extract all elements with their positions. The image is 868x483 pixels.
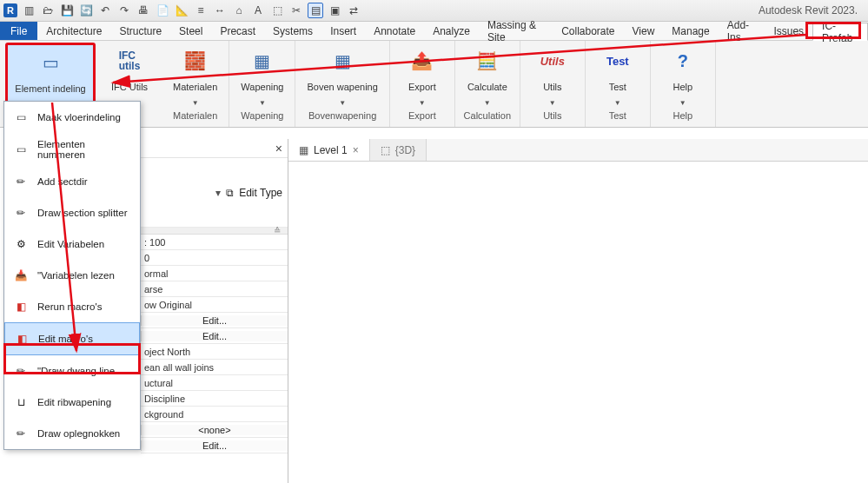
dropdown-draw-dwang-line[interactable]: ✏"Draw dwang line	[4, 355, 140, 387]
prop-row[interactable]: ean all wall joins	[141, 362, 214, 373]
view-tab-level1[interactable]: ▦ Level 1 ×	[288, 139, 370, 161]
qat-measure-icon[interactable]: 📐	[174, 3, 189, 18]
blocks-icon: ◧	[12, 329, 31, 348]
help-button[interactable]: ? Help ▼	[656, 43, 710, 109]
pencil-icon: ✏	[11, 361, 30, 380]
qat-sync-icon[interactable]: 🔄	[78, 3, 94, 18]
prop-edit-button[interactable]: Edit...	[141, 331, 288, 341]
file-tab[interactable]: File	[0, 22, 37, 40]
dropdown-elementen-nummeren[interactable]: ▭Elementen nummeren	[4, 133, 140, 166]
properties-grid: : 100 0 ormal arse ow Original Edit... E…	[141, 235, 288, 453]
prop-row[interactable]: 0	[141, 253, 149, 263]
import-icon: 📥	[11, 266, 30, 285]
qat-redo-icon[interactable]: ↷	[116, 3, 132, 18]
prop-row[interactable]: arse	[141, 284, 162, 294]
element-indeling-dropdown: ▭Maak vloerindeling ▭Elementen nummeren …	[3, 101, 141, 450]
calculate-label: Calculate	[467, 76, 507, 97]
tab-ic-prefab[interactable]: IC-Prefab	[812, 23, 868, 41]
panel-gripper[interactable]: ≙	[141, 228, 288, 235]
qat-text-icon[interactable]: A	[250, 3, 266, 18]
qat-close-views-icon[interactable]: ▣	[327, 3, 342, 18]
boven-wapening-button[interactable]: ▦ Boven wapening ▼	[301, 43, 383, 109]
group-help: Help	[673, 109, 693, 123]
qat-open-icon[interactable]: 🗁	[40, 3, 56, 18]
chevron-down-icon[interactable]: ▾	[215, 187, 221, 199]
test-button[interactable]: Test Test ▼	[591, 43, 645, 109]
tab-steel[interactable]: Steel	[170, 22, 211, 40]
dropdown-draw-oplegnokken[interactable]: ✏Draw oplegnokken	[4, 418, 140, 449]
tab-insert[interactable]: Insert	[321, 22, 365, 40]
tab-view[interactable]: View	[624, 22, 664, 40]
3d-view-icon: ⬚	[381, 144, 390, 156]
dropdown-add-sectdir[interactable]: ✏Add sectdir	[4, 166, 140, 197]
gear-icon: ⚙	[11, 235, 30, 254]
qat-thin-lines-icon[interactable]: ▤	[308, 3, 323, 18]
number-icon: ▭	[11, 140, 30, 159]
tab-massing-site[interactable]: Massing & Site	[479, 22, 553, 40]
dropdown-edit-variabelen[interactable]: ⚙Edit Variabelen	[4, 228, 140, 260]
export-button[interactable]: 📤 Export ▼	[395, 43, 449, 109]
prop-row[interactable]: uctural	[141, 378, 173, 388]
help-label: Help	[673, 76, 693, 97]
dropdown-edit-macros[interactable]: ◧Edit macro's	[4, 322, 140, 355]
prop-none-row[interactable]: <none>	[141, 425, 288, 435]
floor-icon: ▭	[11, 108, 30, 127]
prop-row[interactable]: ckground	[141, 409, 183, 420]
tab-systems[interactable]: Systems	[264, 22, 321, 40]
tab-issues[interactable]: Issues	[765, 22, 812, 40]
edit-type-button[interactable]: Edit Type	[239, 187, 282, 199]
calculate-button[interactable]: 🧮 Calculate ▼	[461, 43, 514, 109]
app-title: Autodesk Revit 2023.	[759, 4, 865, 17]
panel-close-icon[interactable]: ×	[275, 142, 282, 155]
dropdown-maak-vloerindeling[interactable]: ▭Maak vloerindeling	[4, 102, 140, 133]
tab-collaborate[interactable]: Collaborate	[553, 22, 623, 40]
tab-precast[interactable]: Precast	[211, 22, 264, 40]
view-tabs: ▦ Level 1 × ⬚ {3D}	[288, 139, 868, 162]
qat-undo-icon[interactable]: ↶	[97, 3, 113, 18]
qat-dim-icon[interactable]: ↔	[212, 3, 228, 18]
close-icon[interactable]: ×	[353, 144, 359, 156]
qat-pdf-icon[interactable]: 📄	[155, 3, 170, 18]
group-utils: Utils	[543, 109, 561, 123]
tab-addins[interactable]: Add-Ins	[719, 22, 765, 40]
prop-row[interactable]: : 100	[141, 237, 165, 248]
dropdown-variabelen-lezen[interactable]: 📥"Variabelen lezen	[4, 260, 140, 291]
prop-row[interactable]: ow Original	[141, 300, 192, 310]
export-label: Export	[408, 76, 436, 97]
qat-3d-icon[interactable]: ⬚	[269, 3, 285, 18]
dropdown-edit-ribwapening[interactable]: ⊔Edit ribwapening	[4, 387, 140, 418]
group-materialen: Materialen	[173, 109, 217, 123]
qat-align-icon[interactable]: ≡	[193, 3, 209, 18]
qat-save-icon[interactable]: 💾	[59, 3, 75, 18]
tab-architecture[interactable]: Architecture	[37, 22, 110, 40]
qat-switch-icon[interactable]: ⇄	[346, 3, 361, 18]
view-canvas[interactable]	[288, 162, 868, 483]
tab-analyze[interactable]: Analyze	[424, 22, 479, 40]
materialen-label: Materialen	[173, 76, 217, 97]
qat-section-icon[interactable]: ✂	[288, 3, 304, 18]
utils-button[interactable]: Utils Utils ▼	[526, 43, 580, 109]
tab-structure[interactable]: Structure	[110, 22, 170, 40]
prop-row[interactable]: oject North	[141, 347, 190, 357]
prop-row[interactable]: ormal	[141, 268, 169, 279]
test-icon: Test	[604, 47, 632, 75]
dropdown-draw-section-splitter[interactable]: ✏Draw section splitter	[4, 197, 140, 228]
prop-edit-button[interactable]: Edit...	[141, 440, 288, 451]
pencil-icon: ✏	[11, 424, 30, 443]
prop-row[interactable]: Discipline	[141, 394, 185, 404]
properties-panel: × ▾ ⧉ Edit Type ≙ : 100 0 ormal arse ow …	[141, 139, 288, 483]
wapening-button[interactable]: ▦ Wapening ▼	[235, 43, 289, 109]
ifc-utils-button[interactable]: IFC utils IFC Utils ▼	[103, 43, 156, 109]
pencil-icon: ✏	[11, 172, 30, 191]
qat-print-icon[interactable]: 🖶	[136, 3, 151, 18]
view-tab-3d[interactable]: ⬚ {3D}	[370, 139, 427, 161]
prop-edit-button[interactable]: Edit...	[141, 315, 288, 326]
dropdown-rerun-macros[interactable]: ◧Rerun macro's	[4, 291, 140, 322]
materialen-button[interactable]: 🧱 Materialen ▼	[167, 43, 223, 109]
tab-manage[interactable]: Manage	[663, 22, 718, 40]
qat-button[interactable]: ▥	[21, 3, 36, 18]
help-icon: ?	[669, 47, 697, 75]
utils-icon: Utils	[539, 47, 567, 75]
tab-annotate[interactable]: Annotate	[365, 22, 424, 40]
qat-tag-icon[interactable]: ⌂	[231, 3, 247, 18]
